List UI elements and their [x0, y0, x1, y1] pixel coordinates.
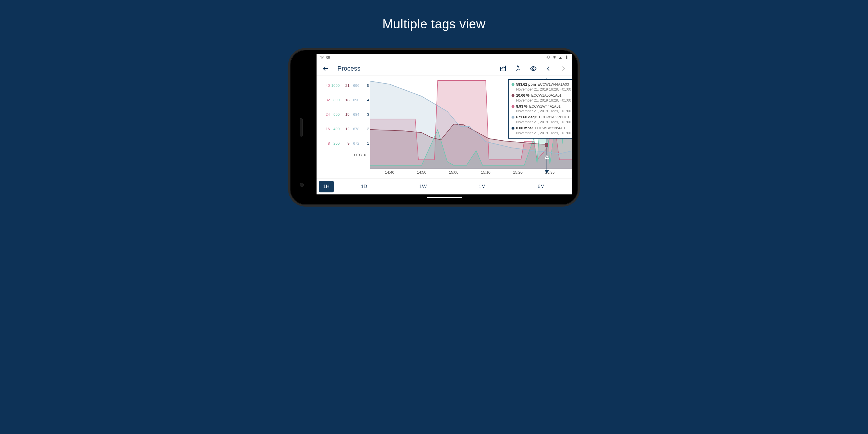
chart-type-button[interactable]	[498, 64, 508, 73]
y-tick-value: 8	[320, 141, 330, 146]
tooltip-tag: ECCW1A55N5P01	[535, 126, 565, 130]
cursor-marker	[545, 143, 548, 146]
y-tick-value: 12	[340, 127, 349, 131]
y-tick-value: 21	[340, 83, 349, 88]
tooltip-row: 0.00 mbarECCW1A55N5P01November 21, 2019 …	[512, 126, 572, 136]
tooltip-time: November 21, 2019 16:29, +01:00	[516, 109, 572, 114]
y-tick-value: 9	[340, 141, 349, 146]
x-axis-ticks: 14:4014:5015:0015:1015:2015:30	[370, 170, 572, 178]
phone-frame: 16:38 Process	[288, 48, 580, 207]
screen: 16:38 Process	[316, 54, 572, 201]
tooltip-tag: ECCW1W44A1A03	[537, 83, 569, 87]
time-range-bar: 1H1D1W1M6M	[316, 178, 572, 194]
tooltip-time: November 21, 2019 16:29, +01:00	[516, 98, 572, 103]
cursor-marker	[545, 169, 548, 173]
range-button-1d[interactable]: 1D	[335, 181, 393, 192]
y-tick-value: 18	[340, 98, 349, 102]
home-indicator[interactable]	[427, 197, 462, 198]
tooltip-tag: ECCW1A55N1T01	[539, 115, 569, 119]
x-tick-label: 15:10	[481, 170, 491, 175]
tooltip-value: 0.00 mbar	[516, 126, 533, 130]
range-button-1w[interactable]: 1W	[394, 181, 452, 192]
tooltip-value: 583.62 ppm	[516, 83, 536, 87]
x-tick-label: 14:50	[417, 170, 427, 175]
battery-icon	[564, 55, 569, 60]
svg-rect-2	[566, 56, 567, 56]
y-tick-row: 401000216965	[320, 78, 370, 93]
tooltip-value: 671.60 degC	[516, 115, 537, 119]
svg-point-4	[532, 68, 534, 69]
promo-title: Multiple tags view	[382, 17, 486, 31]
y-tick-row: 32800186904	[320, 93, 370, 107]
y-tick-value: 32	[320, 98, 330, 102]
tooltip-row: 8.93 %ECCW1W44A1A01November 21, 2019 16:…	[512, 104, 572, 114]
chart-area[interactable]: 4010002169653280018690424600156843164001…	[316, 76, 572, 178]
signal-icon	[558, 55, 563, 60]
range-button-1m[interactable]: 1M	[453, 181, 511, 192]
y-tick-value: 1	[359, 141, 369, 146]
back-button[interactable]	[320, 64, 331, 73]
tooltip-row: 583.62 ppmECCW1W44A1A03November 21, 2019…	[512, 82, 572, 92]
y-tick-value: 200	[330, 141, 340, 146]
y-tick-value: 690	[349, 98, 359, 102]
y-tick-value: 2	[359, 127, 369, 131]
y-tick-value: 696	[349, 83, 359, 88]
y-tick-row: 820096721	[320, 136, 370, 151]
y-tick-value: 400	[330, 127, 340, 131]
x-tick-label: 15:00	[449, 170, 459, 175]
tooltip-value: 8.93 %	[516, 104, 527, 108]
y-tick-value: 24	[320, 112, 330, 117]
tooltip-color-dot	[512, 116, 515, 119]
tooltip-time: November 21, 2019 16:29, +01:00	[516, 87, 572, 92]
status-time: 16:38	[320, 55, 330, 60]
y-axis-multi: 4010002169653280018690424600156843164001…	[316, 78, 370, 178]
svg-rect-0	[548, 56, 549, 58]
plot-canvas[interactable]: 583.62 ppmECCW1W44A1A03November 21, 2019…	[370, 78, 572, 178]
tooltip-time: November 21, 2019 16:29, +01:00	[516, 120, 572, 125]
y-tick-row: 16400126782	[320, 122, 370, 136]
range-button-6m[interactable]: 6M	[512, 181, 570, 192]
prev-button[interactable]	[544, 64, 553, 73]
tooltip-color-dot	[512, 127, 515, 130]
timezone-label: UTC+0	[354, 151, 370, 159]
tooltip-row: 10.06 %ECCW1A50A1A01November 21, 2019 16…	[512, 93, 572, 103]
cursor-marker	[545, 155, 548, 158]
x-tick-label: 15:20	[513, 170, 523, 175]
tooltip-color-dot	[512, 105, 515, 108]
y-tick-value: 3	[359, 112, 369, 117]
wifi-icon	[552, 55, 557, 60]
y-tick-value: 1000	[330, 83, 340, 88]
y-tick-value: 40	[320, 83, 330, 88]
y-tick-value: 678	[349, 127, 359, 131]
range-button-1h[interactable]: 1H	[319, 181, 334, 192]
chart-tooltip: 583.62 ppmECCW1W44A1A03November 21, 2019…	[508, 79, 572, 138]
tooltip-tag: ECCW1A50A1A01	[531, 93, 562, 97]
android-nav-bar	[316, 194, 572, 201]
visibility-button[interactable]	[528, 64, 538, 73]
android-status-bar: 16:38	[316, 54, 572, 61]
y-tick-value: 800	[330, 98, 340, 102]
next-button[interactable]	[558, 64, 568, 73]
tooltip-color-dot	[512, 83, 515, 86]
svg-rect-7	[545, 144, 548, 146]
page-title: Process	[337, 65, 360, 72]
x-tick-label: 14:40	[385, 170, 394, 175]
y-tick-value: 4	[359, 98, 369, 102]
y-axis-collapse-button[interactable]: Y	[513, 64, 523, 73]
y-tick-value: 5	[359, 83, 369, 88]
y-tick-value: 684	[349, 112, 359, 117]
tooltip-value: 10.06 %	[516, 93, 529, 97]
y-tick-value: 600	[330, 112, 340, 117]
svg-rect-1	[566, 56, 567, 59]
app-toolbar: Process Y	[316, 61, 572, 76]
vibrate-icon	[546, 55, 551, 60]
y-tick-value: 672	[349, 141, 359, 146]
y-tick-value: 15	[340, 112, 349, 117]
y-tick-value: 16	[320, 127, 330, 131]
svg-text:Y: Y	[517, 65, 519, 68]
tooltip-row: 671.60 degCECCW1A55N1T01November 21, 201…	[512, 115, 572, 125]
y-tick-row: 24600156843	[320, 107, 370, 122]
tooltip-time: November 21, 2019 16:29, +01:00	[516, 131, 572, 136]
tooltip-tag: ECCW1W44A1A01	[529, 104, 560, 108]
tooltip-color-dot	[512, 94, 515, 97]
